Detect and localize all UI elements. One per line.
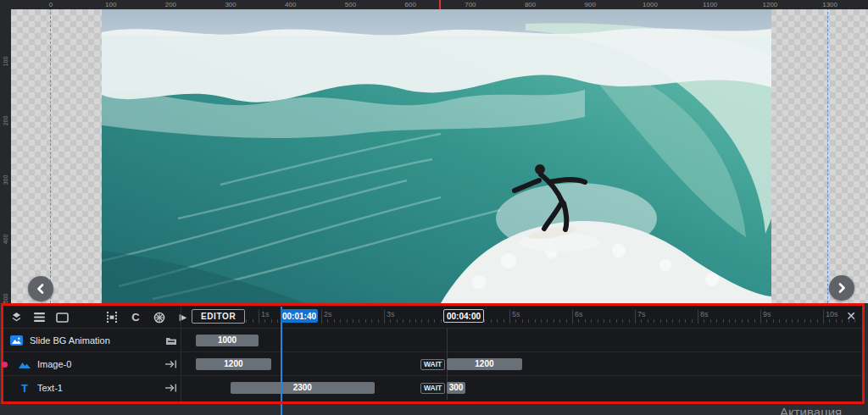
tab-to-end-icon[interactable] bbox=[164, 357, 178, 371]
guide-line-left bbox=[50, 8, 51, 303]
ruler-center-marker bbox=[439, 0, 441, 9]
v-ruler-label: 200 bbox=[3, 113, 8, 130]
track-name-image-0[interactable]: Image-0 bbox=[3, 352, 181, 376]
timeline-bar[interactable]: 1000 bbox=[196, 335, 259, 346]
layers-icon[interactable] bbox=[9, 311, 23, 324]
image-layer-icon bbox=[19, 360, 31, 368]
magnet-icon[interactable]: C bbox=[129, 311, 142, 324]
v-ruler-label: 100 bbox=[3, 53, 8, 70]
timeline-bar[interactable]: 300 bbox=[447, 382, 465, 394]
menu-icon[interactable] bbox=[32, 311, 46, 324]
v-ruler-label: 300 bbox=[3, 172, 8, 189]
chevron-left-icon bbox=[36, 284, 45, 294]
slide-bg-icon bbox=[10, 335, 23, 346]
h-ruler-label: 500 bbox=[345, 1, 356, 8]
track-row-image-0: 1200WAIT1200 Image-0 bbox=[3, 352, 862, 376]
chevron-right-icon bbox=[837, 283, 846, 293]
vertical-ruler: 100200300400500 bbox=[0, 9, 11, 303]
slide-image-surfer[interactable] bbox=[102, 7, 771, 303]
playhead-time-badge[interactable]: 00:01:40 bbox=[281, 309, 318, 323]
second-label: 8s bbox=[700, 310, 709, 318]
h-ruler-label: 1100 bbox=[703, 1, 717, 8]
tab-to-end-icon[interactable] bbox=[164, 381, 178, 395]
second-label: 3s bbox=[387, 310, 395, 318]
h-ruler-label: 100 bbox=[105, 1, 116, 8]
guide-line-right bbox=[827, 8, 828, 303]
h-ruler-label: 800 bbox=[525, 1, 536, 8]
background-watermark-text: Активация bbox=[780, 405, 842, 415]
second-label: 10s bbox=[826, 310, 838, 318]
keyframes-icon[interactable] bbox=[105, 311, 119, 324]
folder-icon[interactable] bbox=[164, 334, 178, 347]
track-row-slide-bg: 1000 Slide BG Animation bbox=[3, 329, 862, 352]
timeline-bar[interactable]: 1200 bbox=[196, 358, 271, 370]
wait-badge[interactable]: WAIT bbox=[420, 359, 445, 370]
h-ruler-label: 0 bbox=[49, 1, 53, 8]
track-name-slide-bg[interactable]: Slide BG Animation bbox=[3, 329, 181, 352]
h-ruler-label: 300 bbox=[225, 1, 236, 8]
timeline-bar[interactable]: 1200 bbox=[447, 358, 522, 370]
h-ruler-label: 900 bbox=[585, 1, 596, 8]
second-label: 5s bbox=[512, 310, 520, 318]
timeline-header: C ▶ EDITOR 1s2s3s4s5s6s7s8s9s10s 00:01:4… bbox=[3, 306, 862, 329]
track-list-divider bbox=[181, 306, 181, 401]
playhead-line-extension bbox=[281, 404, 282, 415]
h-ruler-label: 1200 bbox=[762, 1, 777, 8]
second-label: 9s bbox=[763, 310, 771, 318]
close-icon[interactable]: ✕ bbox=[846, 309, 856, 323]
play-icon[interactable]: ▶ bbox=[176, 311, 190, 324]
h-ruler-label: 600 bbox=[405, 1, 416, 8]
timeline-panel: C ▶ EDITOR 1s2s3s4s5s6s7s8s9s10s 00:01:4… bbox=[1, 303, 865, 404]
wheel-icon[interactable] bbox=[153, 311, 166, 324]
second-label: 6s bbox=[575, 310, 583, 318]
h-ruler-label: 700 bbox=[465, 1, 476, 8]
second-label: 2s bbox=[324, 310, 332, 318]
track-row-text-1: 2300WAIT300 T Text-1 bbox=[3, 376, 862, 400]
h-ruler-label: 1000 bbox=[643, 1, 658, 8]
timeline-bar[interactable]: 2300 bbox=[231, 382, 375, 394]
next-slide-button[interactable] bbox=[829, 275, 854, 301]
horizontal-ruler: 0100200300400500600700800900100011001200… bbox=[0, 0, 868, 9]
end-time-box[interactable]: 00:04:00 bbox=[443, 309, 484, 323]
record-marker-dot bbox=[2, 362, 8, 368]
track-name-text-1[interactable]: T Text-1 bbox=[3, 376, 181, 400]
h-ruler-label: 400 bbox=[285, 1, 296, 8]
second-label: 7s bbox=[637, 310, 646, 318]
text-layer-icon: T bbox=[19, 382, 31, 395]
h-ruler-label: 1300 bbox=[822, 1, 837, 8]
prev-slide-button[interactable] bbox=[28, 276, 53, 302]
frame-icon[interactable] bbox=[55, 311, 69, 324]
editor-button[interactable]: EDITOR bbox=[192, 309, 245, 324]
h-ruler-label: 200 bbox=[165, 1, 176, 8]
second-label: 1s bbox=[261, 310, 270, 318]
wait-badge[interactable]: WAIT bbox=[420, 383, 445, 394]
v-ruler-label: 400 bbox=[3, 231, 8, 248]
